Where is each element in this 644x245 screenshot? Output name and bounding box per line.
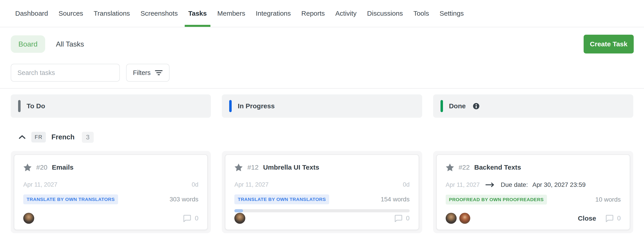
task-id: #12	[247, 164, 258, 171]
task-id: #20	[36, 164, 48, 171]
avatar	[446, 213, 456, 224]
star-icon[interactable]	[23, 163, 32, 171]
task-date: Apr 11, 2027	[234, 181, 268, 188]
filters-button[interactable]: Filters	[126, 64, 170, 82]
comment-count: 0	[195, 214, 198, 222]
task-id: #22	[459, 164, 470, 171]
column-header-todo: To Do	[11, 94, 211, 118]
tasks-board-page: Dashboard Sources Translations Screensho…	[0, 0, 644, 245]
column-header-in-progress: In Progress	[222, 94, 422, 118]
in-progress-color-bar	[229, 100, 232, 112]
word-count: 10 words	[595, 196, 621, 203]
task-duration: 0d	[403, 181, 410, 188]
tab-board[interactable]: Board	[11, 35, 45, 53]
chevron-up-icon[interactable]	[18, 135, 26, 140]
task-count-badge: 3	[82, 132, 94, 143]
section-divider	[0, 88, 644, 89]
comment-bubble-icon	[394, 214, 402, 222]
nav-item-screenshots[interactable]: Screenshots	[140, 0, 178, 27]
task-date: Apr 11, 2027	[23, 181, 58, 188]
task-title: Umbrella UI Texts	[263, 164, 319, 171]
task-title: Backend Texts	[474, 164, 521, 171]
nav-item-settings[interactable]: Settings	[440, 0, 464, 27]
column-label: Done	[449, 102, 466, 110]
avatar	[459, 213, 470, 224]
nav-item-translations[interactable]: Translations	[94, 0, 130, 27]
avatar	[23, 213, 34, 224]
view-toolbar: Board All Tasks Create Task	[11, 35, 634, 54]
search-input[interactable]	[11, 64, 120, 82]
nav-item-integrations[interactable]: Integrations	[256, 0, 291, 27]
language-name: French	[52, 133, 74, 141]
card-title-row: #22 Backend Texts	[446, 163, 621, 171]
progress-fill	[234, 209, 243, 212]
card-title-row: #12 Umbrella UI Texts	[234, 163, 410, 171]
board: #20 Emails Apr 11, 2027 0d TRANSLATE BY …	[11, 151, 633, 233]
progress-bar	[234, 209, 410, 212]
comment-counter[interactable]: 0	[606, 214, 621, 222]
card-title-row: #20 Emails	[23, 163, 198, 171]
word-count: 154 words	[380, 196, 410, 203]
comment-count: 0	[406, 214, 410, 222]
column-label: To Do	[26, 102, 45, 110]
star-icon[interactable]	[446, 163, 454, 171]
todo-color-bar	[18, 100, 20, 112]
in-progress-column-tray: #12 Umbrella UI Texts Apr 11, 2027 0d TR…	[222, 151, 422, 233]
nav-item-tasks[interactable]: Tasks	[188, 0, 207, 27]
due-date-value: Apr 30, 2027 23:59	[532, 181, 586, 188]
done-column-tray: #22 Backend Texts Apr 11, 2027 Due date:…	[433, 151, 633, 233]
avatar	[234, 213, 245, 224]
card-badge-row: TRANSLATE BY OWN TRANSLATORS 303 words	[23, 194, 198, 204]
task-type-badge: TRANSLATE BY OWN TRANSLATORS	[23, 194, 118, 204]
nav-item-dashboard[interactable]: Dashboard	[15, 0, 48, 27]
todo-column-tray: #20 Emails Apr 11, 2027 0d TRANSLATE BY …	[11, 151, 211, 233]
column-label: In Progress	[238, 102, 274, 110]
nav-item-members[interactable]: Members	[217, 0, 245, 27]
star-icon[interactable]	[234, 163, 243, 171]
comment-count: 0	[617, 214, 621, 222]
task-date: Apr 11, 2027	[446, 181, 480, 188]
task-type-badge: TRANSLATE BY OWN TRANSLATORS	[234, 194, 329, 204]
card-date-row: Apr 11, 2027 0d	[23, 181, 198, 188]
task-card[interactable]: #20 Emails Apr 11, 2027 0d TRANSLATE BY …	[14, 154, 208, 230]
task-duration: 0d	[192, 181, 198, 188]
filters-label: Filters	[133, 69, 151, 77]
done-color-bar	[440, 100, 443, 112]
task-card[interactable]: #12 Umbrella UI Texts Apr 11, 2027 0d TR…	[225, 154, 419, 230]
search-row: Filters	[11, 64, 170, 82]
close-task-button[interactable]: Close	[578, 214, 596, 222]
column-header-done: Done	[433, 94, 633, 118]
nav-item-discussions[interactable]: Discussions	[367, 0, 403, 27]
comment-counter[interactable]: 0	[183, 214, 198, 222]
card-date-row: Apr 11, 2027 Due date: Apr 30, 2027 23:5…	[446, 181, 621, 188]
info-icon[interactable]	[473, 103, 480, 110]
card-footer: Close 0	[446, 213, 621, 224]
nav-item-activity[interactable]: Activity	[336, 0, 357, 27]
board-column-headers: To Do In Progress Done	[11, 94, 633, 118]
nav-item-reports[interactable]: Reports	[302, 0, 325, 27]
card-footer: 0	[234, 213, 410, 224]
tab-all-tasks[interactable]: All Tasks	[56, 40, 84, 48]
arrow-right-icon	[486, 182, 495, 187]
card-footer: 0	[23, 213, 198, 224]
language-group-row: FR French 3	[18, 130, 94, 144]
task-card[interactable]: #22 Backend Texts Apr 11, 2027 Due date:…	[436, 154, 630, 230]
filter-lines-icon	[155, 70, 162, 76]
task-title: Emails	[52, 164, 74, 171]
task-type-badge: PROOFREAD BY OWN PROOFREADERS	[446, 195, 547, 204]
due-date-label: Due date:	[501, 181, 528, 188]
comment-bubble-icon	[183, 214, 191, 222]
comment-counter[interactable]: 0	[394, 214, 410, 222]
comment-bubble-icon	[606, 214, 614, 222]
nav-item-sources[interactable]: Sources	[58, 0, 83, 27]
nav-item-tools[interactable]: Tools	[414, 0, 429, 27]
card-badge-row: PROOFREAD BY OWN PROOFREADERS 10 words	[446, 195, 621, 204]
card-badge-row: TRANSLATE BY OWN TRANSLATORS 154 words	[234, 194, 410, 204]
card-date-row: Apr 11, 2027 0d	[234, 181, 410, 188]
top-nav: Dashboard Sources Translations Screensho…	[0, 0, 644, 27]
language-code-badge: FR	[31, 132, 46, 143]
word-count: 303 words	[170, 196, 198, 203]
create-task-button[interactable]: Create Task	[584, 35, 634, 54]
